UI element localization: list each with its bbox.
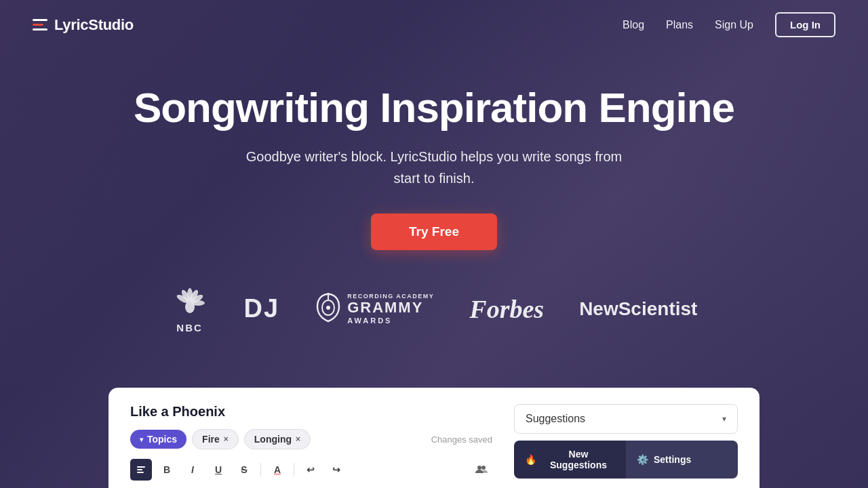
logo[interactable]: LyricStudio	[33, 16, 134, 34]
hero-title: Songwriting Inspiration Engine	[134, 85, 734, 131]
brand-name: LyricStudio	[54, 16, 134, 34]
toolbar-users[interactable]	[471, 459, 492, 481]
toolbar-redo[interactable]: ↪	[326, 459, 347, 481]
svg-rect-12	[137, 472, 144, 473]
grammy-label: GRAMMY	[347, 300, 434, 316]
grammy-awards-label: AWARDS	[347, 317, 434, 325]
song-title: Like a Phoenix	[130, 404, 492, 420]
toolbar-underline[interactable]: U	[208, 459, 229, 481]
tag-longing-remove[interactable]: ×	[296, 434, 300, 444]
tag-longing[interactable]: Longing ×	[244, 429, 311, 449]
suggestions-label: Suggestions	[526, 413, 585, 425]
dj-logo: DJ	[244, 294, 280, 323]
toolbar-separator-1	[260, 463, 261, 476]
toolbar-undo[interactable]: ↩	[300, 459, 321, 481]
nav-links: Blog Plans Sign Up Log In	[623, 12, 835, 37]
suggestions-select[interactable]: Suggestions ▾	[514, 404, 738, 434]
nav-signup[interactable]: Sign Up	[715, 19, 753, 31]
topics-button[interactable]: ▾ Topics	[130, 430, 186, 449]
cta-button[interactable]: Try Free	[371, 214, 497, 250]
editor-left: Like a Phoenix ▾ Topics Fire × Longing ×…	[130, 404, 492, 488]
nbc-logo: NBC	[171, 284, 209, 333]
fire-icon: 🔥	[525, 454, 536, 465]
settings-button[interactable]: ⚙️ Settings	[626, 441, 738, 479]
toolbar-italic[interactable]: I	[182, 459, 203, 481]
changes-saved: Changes saved	[431, 434, 492, 445]
new-suggestions-button[interactable]: 🔥 New Suggestions	[514, 441, 626, 479]
svg-point-6	[191, 300, 205, 306]
tags-row: ▾ Topics Fire × Longing × Changes saved	[130, 429, 492, 449]
editor-right: Suggestions ▾ 🔥 New Suggestions ⚙️ Setti…	[514, 404, 738, 488]
toolbar-bold[interactable]: B	[156, 459, 178, 481]
tag-fire[interactable]: Fire ×	[192, 429, 239, 449]
forbes-label: Forbes	[469, 294, 544, 324]
grammy-logo: RECORDING ACADEMY GRAMMY AWARDS	[315, 293, 434, 325]
new-suggestions-label: New Suggestions	[542, 449, 615, 470]
forbes-logo: Forbes	[469, 294, 544, 324]
editor-toolbar: B I U S A ↩ ↪	[130, 459, 492, 481]
svg-point-14	[481, 466, 486, 470]
editor-panel: Like a Phoenix ▾ Topics Fire × Longing ×…	[108, 388, 760, 488]
logo-icon	[33, 19, 47, 30]
logos-section: NBC DJ RECORDING ACADEMY GRAMMY AWARDS F…	[0, 284, 868, 333]
logo-bar-3	[33, 28, 47, 30]
dj-label: DJ	[244, 294, 280, 323]
nav-blog[interactable]: Blog	[623, 19, 644, 31]
toolbar-color[interactable]: A	[267, 459, 288, 481]
nbc-label: NBC	[176, 322, 203, 333]
svg-point-8	[326, 306, 330, 310]
tag-fire-remove[interactable]: ×	[224, 434, 229, 444]
gear-icon: ⚙️	[637, 454, 648, 465]
select-chevron-icon: ▾	[722, 414, 726, 424]
tag-longing-label: Longing	[254, 434, 292, 445]
nav-login-button[interactable]: Log In	[775, 12, 835, 37]
svg-rect-11	[137, 469, 142, 470]
navbar: LyricStudio Blog Plans Sign Up Log In	[0, 0, 868, 49]
logo-bar-1	[33, 19, 47, 21]
toolbar-separator-2	[294, 463, 294, 476]
topics-label: Topics	[147, 434, 177, 445]
hero-subtitle: Goodbye writer's block. LyricStudio help…	[244, 146, 624, 189]
action-buttons: 🔥 New Suggestions ⚙️ Settings	[514, 441, 738, 479]
newscientist-label: NewScientist	[579, 298, 697, 320]
chevron-down-icon: ▾	[140, 436, 143, 443]
toolbar-strikethrough[interactable]: S	[233, 459, 255, 481]
toolbar-source-button[interactable]	[130, 459, 152, 481]
hero-section: Songwriting Inspiration Engine Goodbye w…	[0, 49, 868, 284]
tag-fire-label: Fire	[202, 434, 220, 445]
svg-point-13	[477, 466, 481, 470]
svg-rect-10	[137, 466, 145, 468]
nav-plans[interactable]: Plans	[666, 19, 693, 31]
newscientist-logo: NewScientist	[579, 298, 697, 320]
settings-label: Settings	[654, 454, 691, 465]
logo-bar-2	[33, 24, 43, 26]
